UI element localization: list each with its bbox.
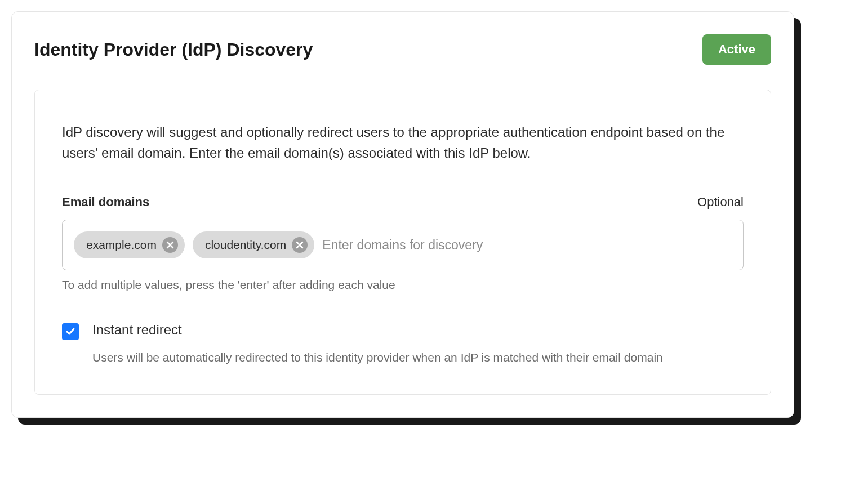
instant-redirect-label: Instant redirect <box>92 322 744 338</box>
panel-header: Identity Provider (IdP) Discovery Active <box>34 34 771 65</box>
idp-discovery-panel: Identity Provider (IdP) Discovery Active… <box>11 11 794 418</box>
domain-chip: example.com <box>74 231 185 258</box>
instant-redirect-checkbox[interactable] <box>62 323 79 340</box>
checkbox-content: Instant redirect Users will be automatic… <box>92 322 744 367</box>
close-icon[interactable] <box>162 237 178 253</box>
instant-redirect-description: Users will be automatically redirected t… <box>92 348 744 367</box>
page-title: Identity Provider (IdP) Discovery <box>34 39 313 60</box>
helper-text: To add multiple values, press the 'enter… <box>62 278 744 292</box>
domain-chip-text: example.com <box>86 238 157 252</box>
domain-chip-text: cloudentity.com <box>205 238 286 252</box>
domain-chip: cloudentity.com <box>193 231 314 258</box>
domain-text-input[interactable] <box>322 238 732 253</box>
instant-redirect-row: Instant redirect Users will be automatic… <box>62 322 744 367</box>
description-text: IdP discovery will suggest and optionall… <box>62 122 744 163</box>
content-card: IdP discovery will suggest and optionall… <box>34 90 771 395</box>
email-domains-label: Email domains <box>62 195 149 209</box>
optional-label: Optional <box>697 195 744 209</box>
close-icon[interactable] <box>292 237 308 253</box>
field-header: Email domains Optional <box>62 195 744 209</box>
email-domains-input[interactable]: example.com cloudentity.com <box>62 220 744 270</box>
status-badge[interactable]: Active <box>702 34 771 65</box>
